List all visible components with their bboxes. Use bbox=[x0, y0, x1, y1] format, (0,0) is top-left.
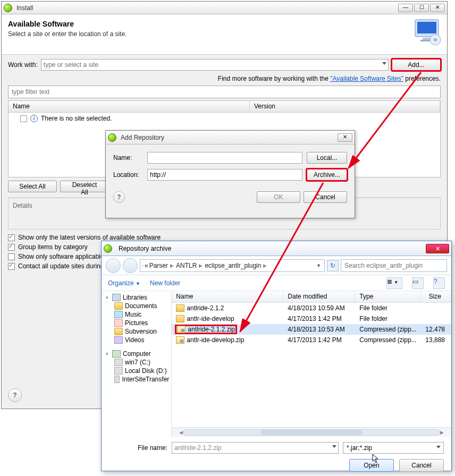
library-icon bbox=[112, 294, 121, 301]
archive-button[interactable]: Archive... bbox=[307, 169, 347, 181]
chevron-down-icon[interactable] bbox=[436, 446, 441, 448]
col-type[interactable]: Type bbox=[355, 291, 421, 302]
help-button[interactable]: ? bbox=[8, 388, 22, 402]
maximize-button[interactable]: ☐ bbox=[414, 4, 429, 12]
filename-input[interactable] bbox=[172, 442, 339, 454]
no-site-row: i There is no site selected. bbox=[12, 115, 437, 122]
filetype-input[interactable] bbox=[343, 442, 444, 454]
file-row[interactable]: antlride-2.1.2.zip4/18/2013 10:53 AMComp… bbox=[172, 324, 451, 335]
filename-combo[interactable] bbox=[172, 442, 339, 454]
help-button[interactable]: ? bbox=[113, 191, 125, 203]
opt-contact-checkbox[interactable] bbox=[8, 263, 15, 270]
chevron-down-icon[interactable]: ▼ bbox=[315, 263, 322, 268]
folder-icon bbox=[114, 328, 123, 335]
pictures-icon bbox=[114, 319, 123, 327]
chevron-down-icon[interactable] bbox=[332, 445, 336, 448]
breadcrumb[interactable]: « Parser▶ ANTLR▶ eclipse_antlr_plugin▶ ▼ bbox=[140, 259, 325, 272]
help-button[interactable]: ? bbox=[433, 277, 445, 289]
tree-item[interactable]: Computer bbox=[123, 350, 151, 358]
breadcrumb-item[interactable]: eclipse_antlr_plugin bbox=[205, 262, 261, 269]
col-size[interactable]: Size bbox=[421, 291, 451, 302]
file-name: antlr-ide-develop.zip bbox=[187, 336, 244, 344]
search-input[interactable] bbox=[341, 259, 447, 272]
folder-icon bbox=[176, 315, 184, 322]
horizontal-scrollbar[interactable]: ◀ ▶ bbox=[172, 427, 451, 437]
breadcrumb-item[interactable]: ANTLR bbox=[176, 262, 197, 269]
scroll-thumb[interactable] bbox=[260, 430, 363, 435]
file-size: 13,888 bbox=[421, 335, 451, 345]
file-chooser-titlebar[interactable]: Repository archive ✕ bbox=[102, 241, 451, 256]
name-input[interactable] bbox=[147, 152, 302, 164]
back-button[interactable] bbox=[106, 258, 121, 273]
tree-item[interactable]: Videos bbox=[125, 336, 144, 344]
deselect-all-button[interactable]: Deselect All bbox=[60, 181, 109, 192]
close-button[interactable]: ✕ bbox=[338, 133, 352, 142]
filetype-combo[interactable] bbox=[343, 442, 444, 454]
expand-icon[interactable]: ▾ bbox=[106, 295, 110, 300]
col-version[interactable]: Version bbox=[250, 101, 440, 112]
file-type: Compressed (zipp... bbox=[355, 335, 421, 345]
opt-group-checkbox[interactable] bbox=[8, 244, 15, 251]
forward-button[interactable] bbox=[123, 258, 138, 273]
col-name[interactable]: Name bbox=[172, 291, 283, 302]
tree-item[interactable]: win7 (C:) bbox=[125, 359, 150, 366]
organize-menu[interactable]: Organize ▼ bbox=[108, 279, 140, 287]
file-list[interactable]: Name Date modified Type Size antlride-2.… bbox=[172, 291, 451, 437]
row-checkbox[interactable] bbox=[20, 115, 27, 122]
cancel-button[interactable]: Cancel bbox=[399, 459, 444, 472]
drive-icon bbox=[114, 376, 120, 383]
work-with-combo[interactable] bbox=[41, 59, 389, 71]
local-button[interactable]: Local... bbox=[307, 152, 347, 164]
chevron-down-icon[interactable] bbox=[382, 62, 386, 65]
refresh-button[interactable]: ↻ bbox=[327, 260, 339, 271]
col-name[interactable]: Name bbox=[9, 101, 250, 112]
open-button[interactable]: Open bbox=[349, 459, 394, 472]
tree-item[interactable]: Local Disk (D:) bbox=[125, 367, 167, 375]
file-name: antlride-2.1.2 bbox=[187, 304, 224, 312]
tree-item[interactable]: Music bbox=[125, 311, 141, 318]
file-date: 4/18/2013 10:53 AM bbox=[283, 325, 355, 334]
tree-item[interactable]: InterSiteTransfer bbox=[122, 376, 169, 383]
chevron-right-icon: ▶ bbox=[262, 263, 268, 268]
available-sites-link[interactable]: "Available Software Sites" bbox=[330, 75, 403, 82]
tree-item[interactable]: Subversion bbox=[125, 328, 157, 335]
folder-tree[interactable]: ▾Libraries Documents Music Pictures Subv… bbox=[102, 291, 172, 437]
new-folder-button[interactable]: New folder bbox=[150, 279, 180, 287]
cancel-button[interactable]: Cancel bbox=[304, 191, 347, 203]
opt-latest-label: Show only the latest versions of availab… bbox=[18, 234, 161, 241]
tree-item[interactable]: Pictures bbox=[125, 319, 148, 327]
opt-latest-checkbox[interactable] bbox=[8, 234, 15, 241]
close-button[interactable]: ✕ bbox=[426, 244, 449, 253]
ok-button[interactable]: OK bbox=[257, 191, 300, 203]
expand-icon[interactable]: ▾ bbox=[106, 351, 110, 356]
music-icon bbox=[114, 311, 123, 318]
add-button[interactable]: Add... bbox=[392, 59, 441, 71]
opt-group-label: Group items by category bbox=[18, 243, 88, 251]
svg-rect-1 bbox=[417, 22, 436, 33]
tree-item[interactable]: Libraries bbox=[123, 294, 147, 301]
file-size: 12,478 bbox=[421, 325, 451, 334]
details-label: Details bbox=[13, 202, 32, 209]
preview-pane-button[interactable]: ▭ bbox=[412, 277, 424, 289]
location-input[interactable] bbox=[147, 169, 302, 181]
file-row[interactable]: antlr-ide-develop4/17/2013 1:42 PMFile f… bbox=[172, 313, 451, 324]
chevron-right-icon: ▶ bbox=[169, 263, 175, 268]
close-button[interactable]: ✕ bbox=[430, 4, 445, 12]
col-date-modified[interactable]: Date modified bbox=[283, 291, 355, 302]
work-with-input[interactable] bbox=[41, 59, 389, 71]
select-all-button[interactable]: Select All bbox=[8, 181, 57, 192]
filter-input[interactable] bbox=[8, 86, 441, 98]
no-site-text: There is no site selected. bbox=[41, 115, 112, 122]
opt-applicable-checkbox[interactable] bbox=[8, 253, 15, 260]
tree-item[interactable]: Documents bbox=[125, 302, 157, 310]
install-titlebar[interactable]: Install — ☐ ✕ bbox=[2, 2, 447, 14]
drive-icon bbox=[114, 367, 123, 375]
breadcrumb-item[interactable]: Parser bbox=[149, 262, 168, 269]
file-row[interactable]: antlride-2.1.24/18/2013 10:59 AMFile fol… bbox=[172, 303, 451, 313]
eclipse-icon bbox=[104, 244, 112, 253]
view-mode-button[interactable]: ≣ ▼ bbox=[386, 277, 402, 289]
location-label: Location: bbox=[113, 171, 143, 178]
file-row[interactable]: antlr-ide-develop.zip4/17/2013 1:42 PMCo… bbox=[172, 335, 451, 345]
folder-icon bbox=[142, 265, 144, 266]
minimize-button[interactable]: — bbox=[398, 4, 413, 12]
